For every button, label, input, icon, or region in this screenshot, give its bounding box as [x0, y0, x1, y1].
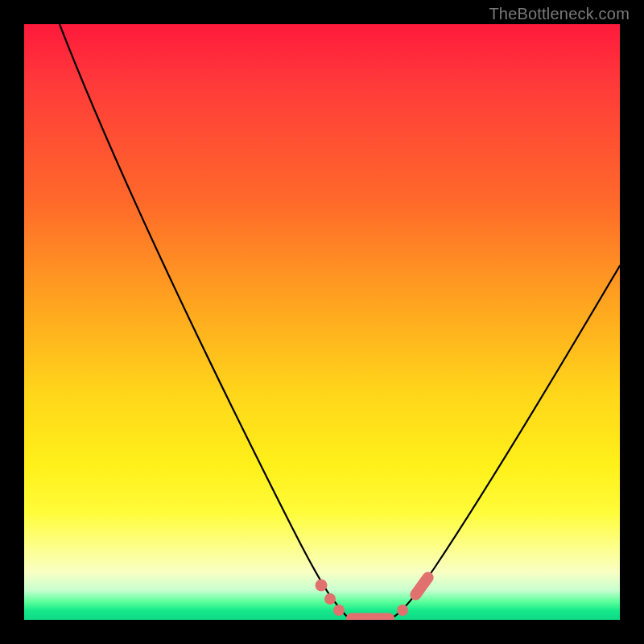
marker-right-pill: [408, 570, 436, 603]
chart-plot-area: [24, 24, 620, 620]
marker-dot: [324, 593, 336, 605]
marker-dot: [333, 605, 345, 616]
curve-right-branch: [393, 266, 620, 617]
curve-left-branch: [60, 24, 348, 617]
svg-rect-0: [408, 570, 436, 603]
marker-valley-pill: [346, 613, 394, 621]
watermark-text: TheBottleneck.com: [489, 5, 630, 23]
marker-dot: [316, 580, 328, 592]
marker-dot: [397, 605, 408, 616]
chart-frame: TheBottleneck.com: [0, 0, 644, 644]
chart-svg: [24, 24, 620, 620]
